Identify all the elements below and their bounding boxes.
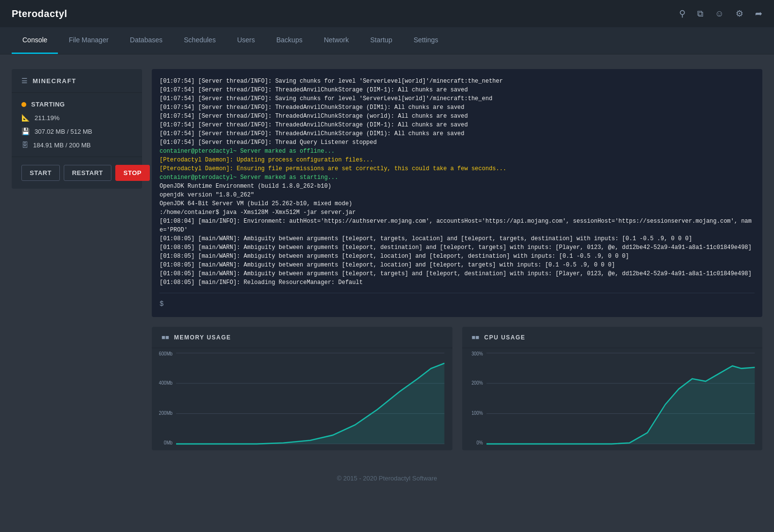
memory-chart-body: 600Mb 400Mb 200Mb 0Mb (152, 348, 452, 450)
svg-text:300%: 300% (471, 351, 483, 357)
nav-tabs: Console File Manager Databases Schedules… (0, 27, 774, 54)
control-buttons: START RESTART STOP (12, 157, 142, 189)
start-button[interactable]: START (21, 165, 60, 181)
memory-chart-icon: ■■ (162, 334, 169, 341)
tab-schedules[interactable]: Schedules (173, 27, 226, 54)
svg-text:0Mb: 0Mb (164, 440, 173, 445)
disk-value: 184.91 MB / 200 MB (33, 142, 91, 149)
tab-console[interactable]: Console (12, 27, 58, 54)
tab-file-manager[interactable]: File Manager (58, 27, 119, 54)
tab-startup[interactable]: Startup (360, 27, 403, 54)
svg-text:600Mb: 600Mb (159, 351, 173, 357)
tab-settings[interactable]: Settings (403, 27, 449, 54)
svg-text:200%: 200% (471, 380, 483, 386)
memory-chart-header: ■■ MEMORY USAGE (152, 327, 452, 348)
server-stats: STARTING 📐 211.19% 💾 307.02 MB / 512 MB … (12, 93, 142, 157)
charts-row: ■■ MEMORY USAGE 600Mb 400Mb 200Mb 0Mb (152, 327, 762, 450)
svg-text:200Mb: 200Mb (159, 410, 173, 416)
server-info-card: ☰ MINECRAFT STARTING 📐 211.19% 💾 307.02 … (12, 69, 142, 189)
svg-text:0%: 0% (476, 440, 483, 445)
cpu-chart-title: CPU USAGE (484, 334, 525, 341)
cpu-chart-body: 300% 200% 100% 0% (462, 348, 763, 450)
layers-icon[interactable]: ⧉ (697, 9, 703, 19)
status-dot (21, 102, 26, 107)
memory-chart-title: MEMORY USAGE (174, 334, 231, 341)
memory-icon: 💾 (21, 127, 30, 135)
stop-button[interactable]: STOP (115, 165, 150, 181)
disk-icon: 🗄 (21, 141, 28, 149)
cpu-chart-header: ■■ CPU USAGE (462, 327, 763, 348)
cpu-row: 📐 211.19% (21, 114, 132, 122)
footer: © 2015 - 2020 Pterodactyl Software (0, 465, 774, 492)
search-icon[interactable]: ⚲ (679, 8, 685, 19)
tab-network[interactable]: Network (313, 27, 360, 54)
server-info-header: ☰ MINECRAFT (12, 69, 142, 93)
footer-text: © 2015 - 2020 Pterodactyl Software (337, 475, 437, 482)
settings-icon[interactable]: ⚙ (736, 8, 743, 19)
cpu-chart-icon: ■■ (472, 334, 480, 341)
server-status: STARTING (31, 101, 65, 108)
status-row: STARTING (21, 101, 132, 108)
tab-backups[interactable]: Backups (266, 27, 313, 54)
user-icon[interactable]: ☺ (715, 9, 724, 19)
restart-button[interactable]: RESTART (64, 165, 111, 181)
top-bar: Pterodactyl ⚲ ⧉ ☺ ⚙ ➦ (0, 0, 774, 27)
tab-users[interactable]: Users (226, 27, 266, 54)
cpu-value: 211.19% (35, 114, 59, 122)
cpu-chart-card: ■■ CPU USAGE 300% 200% 100% 0% (462, 327, 763, 450)
svg-text:100%: 100% (471, 410, 483, 416)
memory-row: 💾 307.02 MB / 512 MB (21, 127, 132, 135)
left-panel: ☰ MINECRAFT STARTING 📐 211.19% 💾 307.02 … (12, 69, 142, 450)
memory-chart-svg: 600Mb 400Mb 200Mb 0Mb (176, 353, 445, 445)
cpu-chart-svg: 300% 200% 100% 0% (486, 353, 755, 445)
app-logo: Pterodactyl (12, 8, 67, 19)
console-card[interactable]: [01:07:54] [Server thread/INFO]: Saving … (152, 69, 762, 317)
console-input-row[interactable]: $ (160, 293, 755, 309)
server-icon: ☰ (21, 77, 28, 85)
console-prompt: $ (160, 299, 163, 309)
memory-chart-card: ■■ MEMORY USAGE 600Mb 400Mb 200Mb 0Mb (152, 327, 452, 450)
right-panel: [01:07:54] [Server thread/INFO]: Saving … (152, 69, 762, 450)
cpu-icon: 📐 (21, 114, 30, 122)
main-content: ☰ MINECRAFT STARTING 📐 211.19% 💾 307.02 … (0, 54, 774, 465)
memory-value: 307.02 MB / 512 MB (35, 128, 92, 135)
top-bar-icons: ⚲ ⧉ ☺ ⚙ ➦ (679, 8, 762, 19)
svg-text:400Mb: 400Mb (159, 380, 173, 386)
server-name: MINECRAFT (33, 77, 76, 85)
logout-icon[interactable]: ➦ (755, 8, 762, 19)
disk-row: 🗄 184.91 MB / 200 MB (21, 141, 132, 149)
tab-databases[interactable]: Databases (119, 27, 173, 54)
